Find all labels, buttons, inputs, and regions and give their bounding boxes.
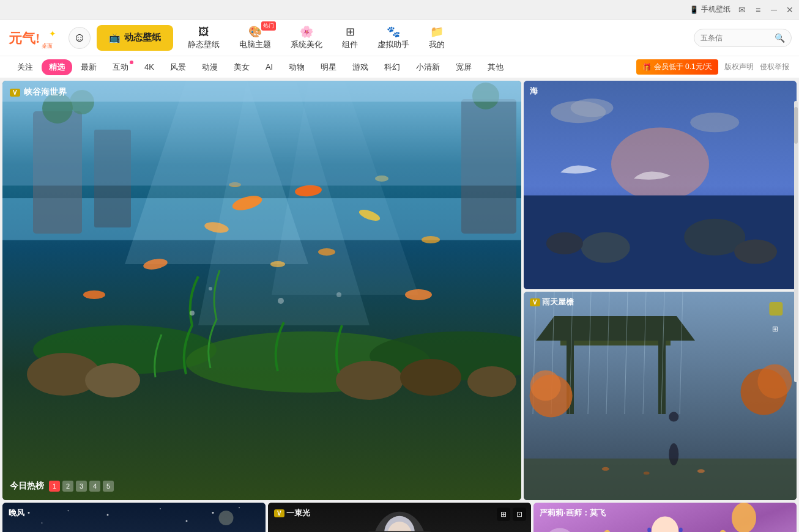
menu-btn[interactable]: ≡ <box>754 6 762 14</box>
svg-text:桌面: 桌面 <box>42 43 53 49</box>
evening-svg <box>2 503 266 532</box>
my-label: 我的 <box>429 39 445 50</box>
search-input[interactable] <box>701 34 771 42</box>
sub-nav-games[interactable]: 游戏 <box>345 59 376 75</box>
my-nav[interactable]: 📁 我的 <box>420 23 453 53</box>
title-bar: 📱 手机壁纸 ✉ ≡ ─ ✕ <box>0 0 799 20</box>
pc-theme-nav[interactable]: 热门 🎨 电脑主题 <box>231 23 280 53</box>
svg-point-121 <box>732 503 756 532</box>
svg-point-13 <box>336 361 403 400</box>
svg-point-49 <box>690 113 739 132</box>
rank-5[interactable]: 5 <box>103 481 114 492</box>
widget-nav[interactable]: ⊞ 组件 <box>333 23 366 53</box>
assistant-icon: 🐾 <box>387 25 400 39</box>
rain-card[interactable]: ⊞ V 雨天屋檐 <box>524 292 797 500</box>
evening-title-text: 晚风 <box>9 508 24 517</box>
sub-nav-celebrity[interactable]: 明星 <box>313 59 344 75</box>
header: 元气! 桌面 ✦ ☺ 📺 动态壁纸 🖼 静态壁纸 热门 🎨 电脑主题 🌸 系统美… <box>0 20 799 56</box>
sub-nav-featured[interactable]: 精选 <box>42 59 72 75</box>
member-btn[interactable]: 🎁 会员低于 0.1元/天 <box>636 59 718 75</box>
light-card-icons: ⊞ ⊡ <box>497 508 526 521</box>
report-link[interactable]: 侵权举报 <box>760 62 789 72</box>
sub-nav-animals[interactable]: 动物 <box>281 59 312 75</box>
rank-1[interactable]: 1 <box>49 481 60 492</box>
scrollbar-thumb[interactable] <box>794 107 798 144</box>
light-title-text: 一束光 <box>286 508 310 517</box>
svg-point-43 <box>581 232 630 263</box>
rain-card-title: V 雨天屋檐 <box>530 297 574 308</box>
sub-nav-ai[interactable]: AI <box>258 60 280 74</box>
phone-wallpaper-label: 手机壁纸 <box>701 4 730 15</box>
sub-nav-fresh[interactable]: 小清新 <box>409 59 447 75</box>
sub-nav-follow[interactable]: 关注 <box>10 59 40 75</box>
sub-nav-4k[interactable]: 4K <box>137 60 162 74</box>
light-icon-1[interactable]: ⊞ <box>497 508 510 521</box>
svg-point-70 <box>669 412 678 422</box>
scrollbar[interactable] <box>794 101 798 382</box>
sub-nav-scenery[interactable]: 风景 <box>163 59 193 75</box>
evening-card[interactable]: 晚风 <box>2 503 266 532</box>
svg-point-81 <box>212 512 214 514</box>
message-btn[interactable]: ✉ <box>738 6 746 14</box>
copyright-link[interactable]: 版权声明 <box>724 62 754 72</box>
sub-nav-other[interactable]: 其他 <box>480 59 511 75</box>
sub-nav-interactive[interactable]: 互动 <box>105 59 136 75</box>
light-rays <box>2 81 521 500</box>
widget-icon: ⊞ <box>346 25 355 39</box>
sub-nav-scifi[interactable]: 科幻 <box>377 59 407 75</box>
svg-point-71 <box>602 467 609 471</box>
logo[interactable]: 元气! 桌面 ✦ <box>7 24 62 51</box>
svg-point-80 <box>160 508 161 509</box>
hot-label: 今日热榜 <box>10 481 44 492</box>
svg-text:⊞: ⊞ <box>772 325 778 333</box>
phone-wallpaper-btn[interactable]: 📱 手机壁纸 <box>689 4 730 15</box>
ocean-card[interactable]: 海 <box>524 81 797 289</box>
beautify-label: 系统美化 <box>291 39 322 50</box>
svg-point-41 <box>611 127 709 201</box>
evening-bg <box>2 503 266 532</box>
svg-point-15 <box>467 366 516 397</box>
rank-3[interactable]: 3 <box>76 481 87 492</box>
ocean-card-title: 海 <box>530 86 538 97</box>
beautify-nav[interactable]: 🌸 系统美化 <box>282 23 331 53</box>
static-label: 静态壁纸 <box>188 39 220 50</box>
vip-badge: V <box>10 89 20 97</box>
light-card[interactable]: 16:23 10 Sunday V 一束光 ⊞ ⊡ <box>268 503 531 532</box>
virtual-assistant-nav[interactable]: 🐾 虚拟助手 <box>369 23 418 53</box>
light-icon-2[interactable]: ⊡ <box>513 508 526 521</box>
svg-point-78 <box>68 510 69 511</box>
featured-card[interactable]: V 峡谷海世界 今日热榜 1 2 3 4 5 <box>2 81 521 500</box>
rank-4[interactable]: 4 <box>89 481 100 492</box>
tv-icon: 📺 <box>109 32 121 43</box>
anime-card[interactable]: 严莉莉·画师：莫飞 <box>533 503 797 532</box>
svg-point-31 <box>336 292 341 297</box>
avatar-btn[interactable]: ☺ <box>69 27 91 49</box>
anime-card-title: 严莉莉·画师：莫飞 <box>540 508 606 519</box>
svg-point-85 <box>219 511 234 525</box>
sub-nav-anime[interactable]: 动漫 <box>195 59 225 75</box>
rain-svg: ⊞ <box>524 292 797 500</box>
rank-dots: 1 2 3 4 5 <box>49 481 114 492</box>
featured-title-text: 峡谷海世界 <box>24 87 67 98</box>
search-icon[interactable]: 🔍 <box>775 33 785 43</box>
svg-rect-74 <box>769 302 782 316</box>
sub-nav-latest[interactable]: 最新 <box>73 59 104 75</box>
svg-text:✦: ✦ <box>49 29 56 39</box>
svg-marker-51 <box>536 316 695 341</box>
bottom-row: 晚风 <box>0 503 799 532</box>
search-box[interactable]: 🔍 <box>694 29 792 47</box>
close-btn[interactable]: ✕ <box>786 6 794 14</box>
featured-card-title: V 峡谷海世界 <box>10 87 67 98</box>
svg-point-29 <box>209 287 212 290</box>
theme-label: 电脑主题 <box>239 39 271 50</box>
minimize-btn[interactable]: ─ <box>770 6 778 14</box>
rank-2[interactable]: 2 <box>62 481 73 492</box>
sub-nav: 关注 精选 最新 互动 4K 风景 动漫 美女 AI 动物 明星 游戏 科幻 小… <box>0 56 799 78</box>
sub-nav-wide[interactable]: 宽屏 <box>448 59 479 75</box>
sub-nav-beauty[interactable]: 美女 <box>226 59 257 75</box>
static-wallpaper-nav[interactable]: 🖼 静态壁纸 <box>179 23 228 53</box>
dynamic-wallpaper-btn[interactable]: 📺 动态壁纸 <box>97 25 173 51</box>
anime-title-text: 严莉莉·画师：莫飞 <box>540 508 606 517</box>
svg-point-46 <box>546 232 583 254</box>
svg-rect-39 <box>2 81 521 102</box>
